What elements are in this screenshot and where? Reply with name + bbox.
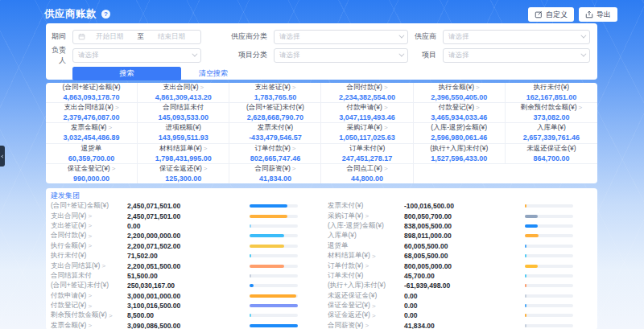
export-icon: [585, 10, 593, 19]
stats-panel: (合同+签证)金额(¥)> 4,863,093,178.70 支出合同(¥)> …: [46, 83, 597, 183]
detail-row-label[interactable]: 支出签证(¥)>: [51, 221, 127, 231]
stat-cell: 退货单> 60,359,700.00: [46, 144, 138, 164]
mini-bar: [250, 245, 298, 248]
stat-label: 合同薪资(¥)>: [254, 164, 295, 173]
stat-value: 1,527,596,433.00: [431, 154, 487, 163]
supplier-select[interactable]: 请选择: [443, 30, 590, 44]
project-select[interactable]: 请选择: [443, 48, 590, 63]
project-category-select[interactable]: 请选择: [274, 48, 408, 63]
mini-bar: [525, 314, 573, 317]
supplier-category-select[interactable]: 请选择: [274, 30, 408, 44]
calendar-icon: [78, 33, 85, 40]
stat-cell[interactable]: 订单付款(¥)> 802,665,747.46: [229, 144, 321, 164]
detail-row-label[interactable]: 保证金返还(¥)>: [328, 310, 404, 320]
stat-cell[interactable]: 合同薪资(¥)> 41,834.00: [229, 164, 321, 183]
detail-row: 材料结算单(¥)> 68,005,500.00: [321, 251, 597, 261]
drawer-handle[interactable]: [0, 146, 5, 167]
clear-search-link[interactable]: 清空搜索: [199, 68, 228, 79]
mini-bar-fill: [250, 234, 284, 237]
chevron-left-icon: [1, 154, 4, 158]
stat-cell[interactable]: 支出合同结算(¥)> 2,379,476,087.00: [46, 103, 138, 123]
group-name-link[interactable]: 建发集团: [46, 191, 597, 201]
stat-label: 执行未付(¥)>: [534, 83, 569, 92]
detail-row-value: 800,050,700.00: [404, 212, 525, 220]
owner-select[interactable]: 请选择: [72, 48, 201, 63]
detail-row-label: (合同+签证)金额(¥)>: [51, 201, 127, 211]
stat-label: 发票未付(¥)>: [258, 123, 293, 132]
chevron-right-icon: >: [88, 212, 92, 220]
stat-cell[interactable]: 发票金额(¥)> 3,032,454,486.89: [46, 123, 138, 143]
chevron-right-icon: >: [476, 83, 480, 92]
stat-cell: (合同+签证)金额(¥)> 4,863,093,178.70: [46, 83, 138, 103]
stat-cell[interactable]: 保证金返还(¥)> 125,300.00: [138, 164, 229, 183]
end-date-placeholder: 结束日期: [147, 32, 196, 42]
mini-bar-fill: [525, 245, 526, 248]
detail-row-label[interactable]: 保证金登记(¥)>: [328, 301, 404, 310]
detail-row-label[interactable]: 支出合同(¥)>: [51, 212, 127, 221]
mini-bar-fill: [250, 294, 296, 298]
detail-row-label[interactable]: 合同薪资(¥)>: [328, 321, 404, 329]
detail-row-label: 入库单(¥)>: [328, 231, 404, 241]
detail-row-value: 68,005,500.00: [404, 252, 525, 260]
detail-row: 未返还保证金(¥)> 0.00: [321, 291, 597, 301]
stat-label: 材料结算单(¥)>: [159, 144, 208, 153]
stat-label: 合同点工(¥)>: [347, 164, 388, 173]
detail-row-label[interactable]: 剩余预付款金额(¥)>: [51, 310, 127, 320]
stat-cell[interactable]: 保证金登记(¥)> 990,000.00: [46, 164, 138, 183]
stat-cell[interactable]: 执行金额(¥)> 2,396,550,405.00: [414, 83, 506, 103]
stat-cell[interactable]: 材料结算单(¥)> 1,798,431,995.00: [138, 144, 229, 164]
stat-value: 3,465,934,033.46: [431, 113, 487, 122]
stat-cell[interactable]: 剩余预付款金额(¥)> 373,082.00: [506, 103, 597, 123]
mini-bar: [525, 294, 573, 298]
customize-button[interactable]: 自定义: [528, 7, 574, 22]
chevron-right-icon: >: [109, 312, 113, 319]
detail-row-label[interactable]: 支出合同结算(¥)>: [51, 261, 127, 271]
stat-cell[interactable]: 合同点工(¥)> 44,800.00: [321, 164, 413, 183]
mini-bar-fill: [250, 304, 298, 307]
detail-row-label[interactable]: 付款登记(¥)>: [51, 301, 127, 310]
mini-bar-fill: [525, 294, 526, 298]
stat-label: 入库单(¥)>: [537, 123, 566, 132]
date-range-input[interactable]: 开始日期 至 结束日期: [72, 30, 201, 44]
date-separator: 至: [137, 32, 144, 42]
stat-cell[interactable]: 采购订单(¥)> 1,050,117,025.63: [321, 123, 413, 143]
chevron-right-icon: >: [88, 292, 92, 299]
detail-columns: (合同+签证)金额(¥)> 2,450,071,501.00 支出合同(¥)> …: [46, 201, 597, 329]
detail-row-label[interactable]: 合同付款(¥)>: [51, 231, 127, 241]
detail-row-label[interactable]: 付款申请(¥)>: [51, 291, 127, 301]
stat-cell[interactable]: 合同付款(¥)> 2,234,382,554.00: [321, 83, 413, 103]
mini-bar: [525, 284, 573, 287]
detail-row-label[interactable]: 采购订单(¥)>: [328, 212, 404, 221]
detail-row: 合同薪资(¥)> 41,834.00: [321, 321, 597, 329]
detail-row-label: (执行+入库)未付(¥)>: [328, 281, 404, 290]
stat-value: 373,082.00: [533, 113, 569, 122]
mini-bar: [525, 254, 573, 257]
export-button[interactable]: 导出: [579, 7, 617, 22]
chevron-right-icon: >: [365, 212, 369, 220]
detail-row-value: 0.00: [404, 302, 525, 310]
detail-row: 入库单(¥)> 898,011,000.00: [321, 231, 597, 241]
filter-buttons: 搜索 清空搜索: [72, 67, 597, 80]
project-category-label: 项目分类: [201, 50, 274, 60]
stat-cell[interactable]: 付款登记(¥)> 3,465,934,033.46: [414, 103, 506, 123]
stat-cell[interactable]: 支出合同(¥)> 4,861,309,413.20: [138, 83, 229, 103]
detail-row-label[interactable]: 执行金额(¥)>: [51, 241, 127, 251]
detail-row-label: 合同结算未付>: [51, 271, 127, 281]
detail-col-left: (合同+签证)金额(¥)> 2,450,071,501.00 支出合同(¥)> …: [46, 201, 321, 329]
stat-value: 1,798,431,995.00: [155, 154, 212, 163]
detail-row-label[interactable]: 订单付款(¥)>: [328, 261, 404, 271]
detail-row-label[interactable]: 发票金额(¥)>: [51, 321, 127, 329]
mini-bar-fill: [250, 274, 251, 278]
mini-bar: [250, 314, 298, 317]
detail-row-label[interactable]: 材料结算单(¥)>: [328, 251, 404, 261]
detail-row-value: -61,939,498.00: [404, 282, 525, 290]
stat-cell: 进项税额(¥)> 143,959,511.93: [138, 123, 229, 143]
search-button[interactable]: 搜索: [72, 67, 181, 80]
stat-cell[interactable]: 支出签证(¥)> 1,783,765.50: [229, 83, 321, 103]
detail-row-value: 8,500.00: [127, 311, 250, 319]
stat-cell[interactable]: 付款申请(¥)> 3,047,119,493.46: [321, 103, 413, 123]
detail-row: 订单付款(¥)> 800,005,000.00: [321, 261, 597, 270]
help-icon[interactable]: ?: [101, 10, 110, 19]
stat-cell: >: [414, 164, 506, 183]
stat-value: 3,032,454,486.89: [64, 133, 120, 142]
